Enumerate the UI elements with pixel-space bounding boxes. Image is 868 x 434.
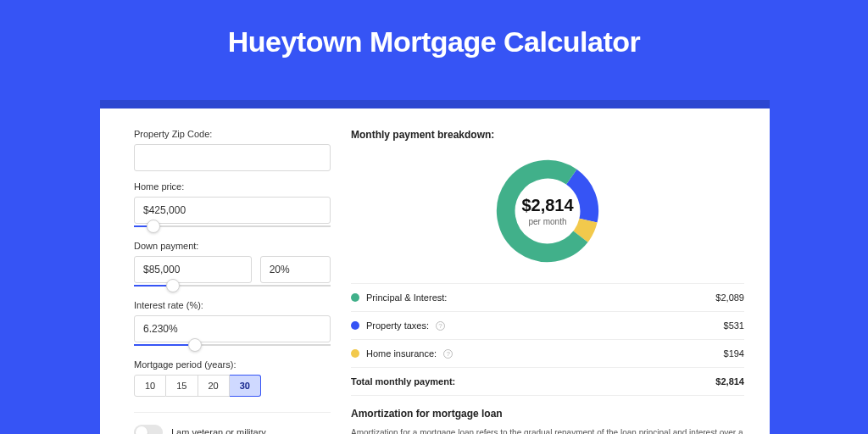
period-option-15[interactable]: 15 [166, 375, 198, 397]
rate-slider[interactable] [134, 341, 331, 349]
period-group: 10152030 [134, 375, 331, 397]
breakdown-label: Property taxes: [366, 320, 429, 331]
calculator-panel: Property Zip Code: Home price: Down paym… [100, 100, 770, 434]
period-option-30[interactable]: 30 [230, 375, 261, 397]
donut-chart: $2,814 per month [492, 156, 603, 266]
zip-field: Property Zip Code: [134, 129, 331, 171]
zip-input[interactable] [134, 144, 331, 171]
donut-sub: per month [528, 217, 566, 226]
breakdown-list: Principal & Interest:$2,089Property taxe… [351, 283, 744, 396]
page-title: Hueytown Mortgage Calculator [0, 0, 868, 58]
period-label: Mortgage period (years): [134, 359, 331, 370]
total-value: $2,814 [715, 376, 744, 387]
period-option-10[interactable]: 10 [134, 375, 166, 397]
breakdown-row: Home insurance:?$194 [351, 340, 744, 368]
slider-thumb[interactable] [166, 279, 180, 292]
breakdown-title: Monthly payment breakdown: [351, 129, 744, 141]
breakdown-label: Home insurance: [366, 348, 437, 359]
legend-dot [351, 293, 359, 302]
donut-chart-wrap: $2,814 per month [351, 147, 744, 275]
donut-center: $2,814 per month [492, 156, 603, 266]
veteran-label: I am veteran or military [171, 427, 266, 434]
breakdown-total-row: Total monthly payment:$2,814 [351, 368, 744, 396]
breakdown-value: $194 [724, 348, 744, 359]
down-slider[interactable] [134, 281, 331, 290]
veteran-toggle[interactable] [134, 425, 163, 434]
breakdown-label: Principal & Interest: [366, 292, 447, 303]
down-field: Down payment: [134, 241, 331, 290]
rate-input[interactable] [134, 315, 331, 342]
price-input[interactable] [134, 197, 331, 224]
toggle-knob [136, 426, 147, 434]
slider-fill [134, 344, 195, 346]
amort-text: Amortization for a mortgage loan refers … [351, 426, 744, 434]
price-slider[interactable] [134, 222, 331, 231]
down-amount-input[interactable] [134, 256, 252, 283]
results-column: Monthly payment breakdown: $2,814 per mo… [348, 129, 770, 434]
period-field: Mortgage period (years): 10152030 [134, 359, 331, 397]
breakdown-row: Property taxes:?$531 [351, 312, 744, 340]
breakdown-value: $531 [724, 320, 744, 331]
price-field: Home price: [134, 181, 331, 231]
period-option-20[interactable]: 20 [198, 375, 230, 397]
legend-dot [351, 321, 359, 330]
form-column: Property Zip Code: Home price: Down paym… [100, 129, 348, 434]
breakdown-value: $2,089 [715, 292, 744, 303]
breakdown-row: Principal & Interest:$2,089 [351, 284, 744, 312]
rate-label: Interest rate (%): [134, 300, 331, 310]
slider-thumb[interactable] [188, 338, 202, 352]
rate-field: Interest rate (%): [134, 300, 331, 349]
total-label: Total monthly payment: [351, 376, 455, 387]
info-icon[interactable]: ? [436, 321, 445, 331]
slider-thumb[interactable] [147, 220, 160, 233]
legend-dot [351, 349, 359, 358]
down-label: Down payment: [134, 241, 331, 251]
veteran-row: I am veteran or military [134, 412, 331, 434]
amort-title: Amortization for mortgage loan [351, 408, 744, 420]
zip-label: Property Zip Code: [134, 129, 331, 139]
down-percent-input[interactable] [260, 256, 331, 283]
donut-total: $2,814 [521, 196, 573, 215]
info-icon[interactable]: ? [443, 349, 453, 359]
slider-track [134, 225, 331, 227]
price-label: Home price: [134, 181, 331, 192]
